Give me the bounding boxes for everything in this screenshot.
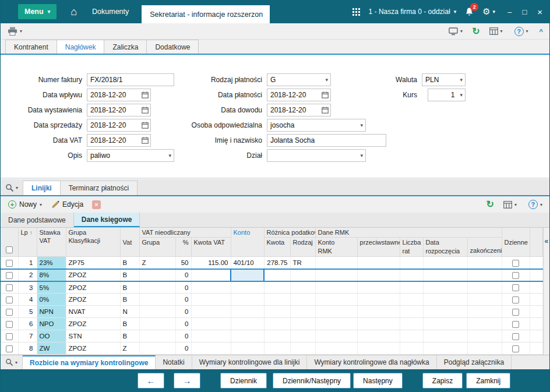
cell-vn-procent[interactable]: 50 (175, 257, 191, 269)
col-header-rmk-data-rozpoczecia[interactable]: Data rozpoczęcia (423, 238, 467, 257)
cell-empty[interactable] (400, 269, 423, 281)
cell-vn-kwota-vat[interactable]: 115.00 (191, 257, 231, 269)
new-button[interactable]: + Nowy ▾ (5, 199, 45, 210)
tab-linijki[interactable]: Linijki (23, 181, 61, 195)
responsible-person-select[interactable]: josocha ▾ (267, 119, 366, 132)
cell-empty[interactable] (467, 318, 502, 330)
company-selector[interactable]: 1 - Nasza firma 0 - oddział ▾ (369, 8, 457, 16)
select-all-checkbox[interactable] (6, 246, 13, 253)
cell-vn-grupa[interactable] (139, 342, 175, 355)
tab-wymiary-linijki[interactable]: Wymiary kontrolingowe dla linijki (192, 355, 308, 369)
receipt-date-field[interactable] (87, 89, 151, 101)
cell-grupa[interactable]: ZP75 (66, 257, 120, 269)
cell-empty[interactable] (315, 342, 357, 355)
cell-vat[interactable]: B (120, 294, 139, 306)
tab-kontrahent[interactable]: Kontrahent (5, 40, 57, 54)
vat-date-field[interactable] (87, 134, 151, 147)
cell-empty[interactable] (423, 342, 467, 355)
col-header-stawka-vat[interactable]: Stawka VAT (37, 228, 66, 257)
cell-rp-kwota[interactable] (264, 281, 290, 294)
cell-empty[interactable] (315, 306, 357, 318)
help-button[interactable]: ? ▾ (526, 199, 545, 210)
cell-konto[interactable] (231, 318, 264, 330)
documents-nav-item[interactable]: Dokumenty (92, 8, 129, 16)
cell-vn-procent[interactable]: 0 (175, 294, 191, 306)
col-header-rmk-liczba-rat[interactable]: Liczba rat (400, 238, 423, 257)
cell-vn-procent[interactable]: 0 (175, 269, 191, 281)
row-checkbox[interactable] (6, 345, 13, 352)
dzienne-checkbox[interactable] (512, 284, 519, 291)
minimize-button[interactable]: – (507, 8, 512, 16)
cell-lp[interactable]: 3 (18, 281, 37, 294)
cell-empty[interactable] (315, 318, 357, 330)
col-header-vat[interactable]: Vat (120, 228, 139, 257)
cell-vn-grupa[interactable] (139, 281, 175, 294)
dzienne-checkbox[interactable] (512, 296, 519, 303)
cell-empty[interactable] (423, 318, 467, 330)
col-header-rmk-przeciwstawne[interactable]: przeciwstawne (357, 238, 400, 257)
tab-notatki[interactable]: Notatki (156, 355, 192, 369)
cell-rp-kwota[interactable]: 278.75 (264, 257, 290, 269)
invoice-number-field[interactable] (87, 73, 174, 86)
cell-rp-kwota[interactable] (264, 330, 290, 342)
cell-vn-kwota-vat[interactable] (191, 281, 231, 294)
print-button[interactable]: ▾ (5, 26, 24, 37)
tab-dodatkowe[interactable]: Dodatkowe (146, 40, 199, 54)
cell-grupa[interactable]: NVAT (66, 306, 120, 318)
cell-vn-kwota-vat[interactable] (191, 269, 231, 281)
dzienne-checkbox[interactable] (512, 272, 519, 279)
cell-empty[interactable] (400, 281, 423, 294)
cell-stawka[interactable]: OO (37, 330, 66, 342)
cell-empty[interactable] (400, 306, 423, 318)
prev-record-button[interactable]: ← (138, 373, 164, 389)
full-name-field[interactable] (267, 134, 386, 147)
edit-button[interactable]: Edycja (48, 199, 86, 210)
row-checkbox[interactable] (6, 296, 13, 303)
cell-empty[interactable] (357, 342, 400, 355)
receipt-date-input[interactable] (87, 89, 140, 101)
cell-rp-kwota[interactable] (264, 318, 290, 330)
cell-empty[interactable] (467, 257, 502, 269)
active-document-tab[interactable]: Sekretariat - informacje rozszerzon (142, 5, 270, 23)
cell-rp-rodzaj[interactable] (290, 342, 315, 355)
cell-empty[interactable] (357, 330, 400, 342)
cell-empty[interactable] (467, 330, 502, 342)
next-record-button[interactable]: → (174, 373, 200, 389)
bottom-filter-button[interactable]: ▾ (1, 355, 23, 369)
calendar-icon[interactable] (320, 107, 330, 114)
cell-konto[interactable] (231, 294, 264, 306)
cell-grupa[interactable]: STN (66, 330, 120, 342)
dzienne-checkbox[interactable] (512, 260, 519, 267)
cell-stawka[interactable]: 8% (37, 269, 66, 281)
payment-date-field[interactable] (267, 89, 331, 101)
vat-date-input[interactable] (87, 135, 140, 146)
department-select[interactable]: ▾ (267, 149, 366, 162)
cell-lp[interactable]: 7 (18, 330, 37, 342)
preview-button[interactable]: ▾ (446, 26, 465, 37)
cell-vat[interactable]: N (120, 306, 139, 318)
tab-zaliczka[interactable]: Zaliczka (104, 40, 147, 54)
cell-empty[interactable] (400, 318, 423, 330)
collapse-side-panel-button[interactable]: « (543, 228, 549, 355)
cell-rp-rodzaj[interactable] (290, 318, 315, 330)
row-checkbox[interactable] (6, 272, 13, 279)
cell-vn-kwota-vat[interactable] (191, 294, 231, 306)
cell-empty[interactable] (467, 342, 502, 355)
calendar-icon[interactable] (320, 91, 330, 98)
col-header-konto[interactable]: Konto (231, 228, 264, 257)
cell-vn-procent[interactable]: 0 (175, 306, 191, 318)
col-header-rmk-konto[interactable]: Konto RMK (315, 238, 357, 257)
col-group-roznica-podatkowa[interactable]: Różnica podatkowa (264, 228, 315, 238)
zamknij-button[interactable]: Zamknij (466, 373, 510, 389)
cell-empty[interactable] (467, 269, 502, 281)
cell-konto[interactable] (231, 330, 264, 342)
zapisz-button[interactable]: Zapisz (422, 373, 463, 389)
dzienne-checkbox[interactable] (512, 309, 519, 316)
sale-date-field[interactable] (87, 119, 151, 132)
cell-vn-kwota-vat[interactable] (191, 342, 231, 355)
cell-empty[interactable] (423, 257, 467, 269)
cell-empty[interactable] (357, 306, 400, 318)
sale-date-input[interactable] (87, 119, 140, 131)
refresh-icon[interactable]: ↻ (486, 200, 494, 209)
cell-vn-procent[interactable]: 0 (175, 281, 191, 294)
